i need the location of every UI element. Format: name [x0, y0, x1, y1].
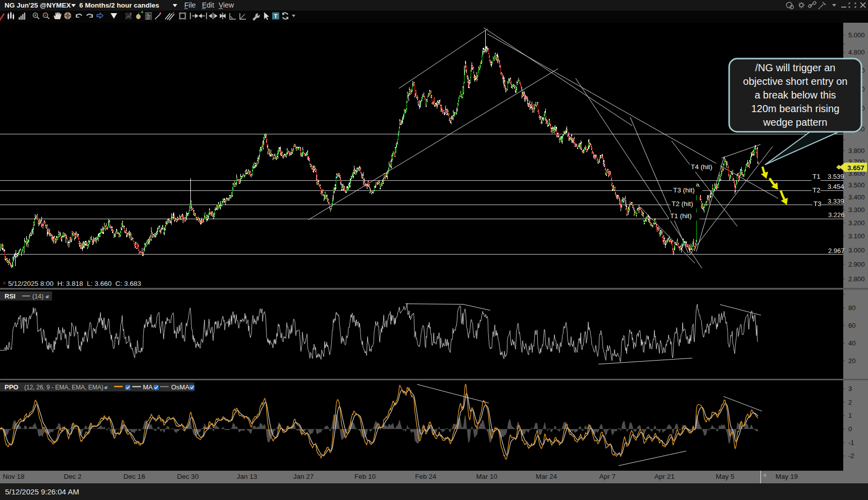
svg-text:May 19: May 19 — [776, 473, 798, 480]
svg-text:4.800: 4.800 — [848, 48, 865, 56]
svg-text:-1: -1 — [848, 439, 854, 446]
svg-text:T2: T2 — [812, 186, 821, 194]
svg-text:(12, 26, 9 - EMA, EMA, EMA): (12, 26, 9 - EMA, EMA, EMA) — [24, 384, 104, 391]
svg-text:Apr 7: Apr 7 — [599, 473, 616, 480]
svg-text:T: T — [274, 13, 278, 19]
svg-text:May 5: May 5 — [716, 473, 735, 480]
svg-text:3.657: 3.657 — [847, 164, 864, 172]
svg-text:Feb 24: Feb 24 — [415, 473, 437, 480]
svg-text:3.226: 3.226 — [828, 211, 845, 219]
svg-text:5/12/2025 8:00 H: 3.818 L: 3: 5/12/2025 8:00 H: 3.818 L: 3.660 C: 3.68… — [8, 280, 141, 287]
svg-text:(14): (14) — [32, 293, 43, 300]
svg-text:MA: MA — [143, 383, 153, 391]
svg-text:T1 (hit): T1 (hit) — [670, 212, 692, 220]
svg-text:-2: -2 — [848, 452, 854, 460]
svg-text:RSI: RSI — [5, 292, 16, 300]
svg-text:3.400: 3.400 — [848, 193, 865, 201]
svg-text:OsMA: OsMA — [171, 383, 189, 391]
svg-text:3.000: 3.000 — [848, 246, 865, 254]
svg-text:120m bearish rising: 120m bearish rising — [751, 103, 840, 114]
svg-text:Dec 30: Dec 30 — [177, 473, 199, 480]
svg-text:Jan 13: Jan 13 — [237, 473, 258, 480]
svg-text:80: 80 — [848, 304, 855, 312]
svg-text:3.500: 3.500 — [848, 181, 865, 189]
svg-text:Mar 24: Mar 24 — [536, 473, 557, 480]
svg-text:3.800: 3.800 — [848, 147, 865, 155]
svg-text:0: 0 — [848, 425, 852, 433]
svg-text:Nov 18: Nov 18 — [3, 473, 25, 480]
svg-text:PPO: PPO — [5, 383, 18, 391]
svg-text:NG Jun'25 @NYMEX: NG Jun'25 @NYMEX — [5, 2, 71, 9]
svg-text:Jan 27: Jan 27 — [293, 473, 314, 480]
svg-text:T3 (hit): T3 (hit) — [673, 186, 695, 194]
svg-text:3.300: 3.300 — [848, 206, 865, 214]
svg-text:6 Months/2 hour candles: 6 Months/2 hour candles — [79, 2, 159, 9]
svg-text:T1: T1 — [812, 173, 821, 180]
svg-text:3.454: 3.454 — [828, 183, 844, 190]
svg-text:3: 3 — [848, 385, 852, 392]
svg-text:40: 40 — [848, 339, 855, 347]
svg-text:Apr 21: Apr 21 — [654, 473, 675, 480]
svg-text:T3: T3 — [813, 200, 822, 208]
svg-text:File: File — [184, 1, 196, 9]
svg-text:2.800: 2.800 — [848, 275, 865, 283]
svg-text:5.000: 5.000 — [848, 31, 865, 39]
svg-text:20: 20 — [848, 357, 855, 365]
svg-text:Mar 10: Mar 10 — [476, 473, 497, 480]
svg-text:×: × — [3, 280, 6, 287]
svg-text:2.967: 2.967 — [828, 247, 845, 255]
svg-text:T4 (hit): T4 (hit) — [691, 163, 712, 171]
svg-text:5/12/2025 9:26:04 AM: 5/12/2025 9:26:04 AM — [5, 487, 79, 496]
svg-text:wedge pattern: wedge pattern — [763, 117, 828, 128]
svg-text:2: 2 — [848, 398, 852, 406]
svg-text:3.200: 3.200 — [848, 219, 865, 227]
svg-text:60: 60 — [848, 322, 855, 329]
svg-text:View: View — [219, 1, 234, 9]
svg-text:/NG will trigger an: /NG will trigger an — [755, 62, 836, 73]
svg-text:3.539: 3.539 — [828, 173, 844, 180]
svg-text:2.900: 2.900 — [848, 261, 865, 268]
svg-text:objective short entry on: objective short entry on — [743, 76, 848, 87]
svg-text:Edit: Edit — [202, 1, 214, 9]
svg-text:Dec 2: Dec 2 — [64, 473, 81, 480]
svg-text:1: 1 — [848, 412, 852, 419]
svg-text:3.339: 3.339 — [828, 197, 844, 205]
svg-text:Dec 16: Dec 16 — [124, 473, 145, 480]
svg-text:3.100: 3.100 — [848, 232, 865, 240]
svg-text:T2 (hit): T2 (hit) — [672, 200, 693, 208]
svg-text:a break below this: a break below this — [754, 89, 836, 101]
svg-text:Feb 10: Feb 10 — [354, 473, 376, 480]
